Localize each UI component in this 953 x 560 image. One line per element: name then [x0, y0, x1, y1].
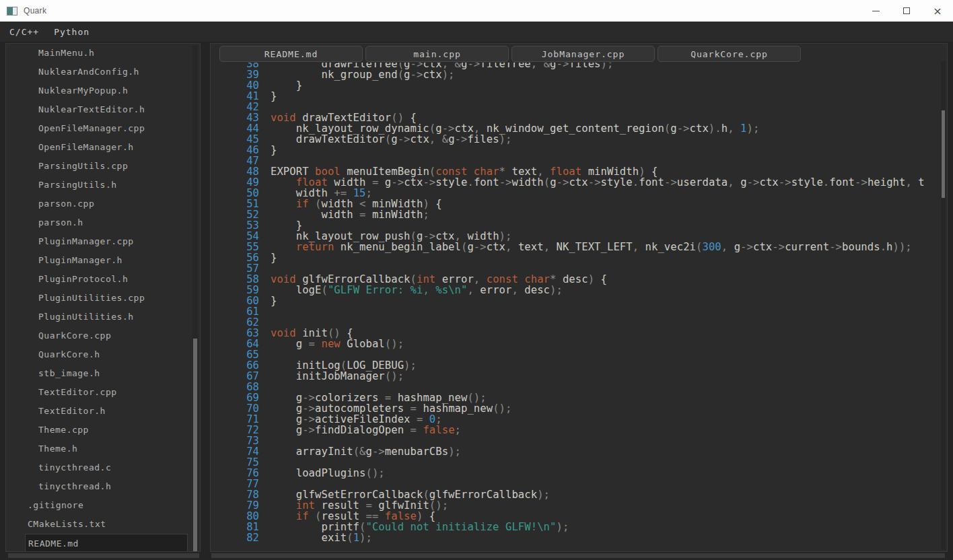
file-list-item-texteditor-h[interactable]: TextEditor.h	[6, 402, 190, 421]
code-line-47: 47	[211, 155, 940, 166]
code-text: g->autocompleters = hashmap_new();	[271, 403, 511, 414]
maximize-button[interactable]	[891, 0, 922, 22]
line-number: 82	[211, 532, 259, 543]
code-line-71: 71 g->activeFileIndex = 0;	[211, 414, 940, 425]
file-list-item-pluginmanager-h[interactable]: PluginManager.h	[6, 251, 190, 270]
code-line-68: 68	[211, 382, 940, 392]
code-text: void drawTextEditor() {	[271, 112, 417, 123]
file-list-item-pluginmanager-cpp[interactable]: PluginManager.cpp	[6, 232, 190, 251]
file-list-item-nuklearandconfig-h[interactable]: NuklearAndConfig.h	[6, 63, 190, 81]
code-text: loadPlugins();	[271, 468, 385, 479]
file-list-item-theme-h[interactable]: Theme.h	[6, 440, 190, 458]
code-text: if (width < minWidth) {	[271, 199, 442, 209]
sidebar-scrollbar-track[interactable]	[192, 45, 198, 550]
file-list-item-stb-image-h[interactable]: stb_image.h	[6, 364, 190, 383]
code-line-70: 70 g->autocompleters = hashmap_new();	[211, 403, 940, 414]
menu-item-c-c[interactable]: C/C++	[9, 27, 39, 37]
file-list-item-gitignore[interactable]: .gitignore	[6, 496, 190, 515]
code-line-76: 76 loadPlugins();	[211, 468, 940, 479]
window-controls: ×	[860, 0, 953, 22]
code-text: width += 15;	[271, 188, 372, 199]
code-line-80: 80 if (result == false) {	[211, 511, 940, 522]
file-list-item-parson-h[interactable]: parson.h	[6, 213, 190, 232]
code-text: printf("Could not initialize GLFW!\n");	[271, 522, 569, 532]
minimize-icon	[872, 11, 880, 11]
file-list-item-quarkcore-cpp[interactable]: QuarkCore.cpp	[6, 326, 190, 345]
editor-scrollbar-track[interactable]	[941, 61, 946, 550]
code-line-72: 72 g->findDialogOpen = false;	[211, 425, 940, 435]
code-line-65: 65	[211, 349, 940, 360]
tab-main-cpp[interactable]: main.cpp	[365, 46, 509, 62]
file-list-item-tinycthread-c[interactable]: tinycthread.c	[6, 458, 190, 477]
file-list-item-openfilemanager-h[interactable]: OpenFileManager.h	[6, 138, 190, 157]
line-number: 69	[211, 392, 259, 403]
code-line-60: 60}	[211, 295, 940, 306]
code-line-82: 82 exit(1);	[211, 532, 940, 543]
file-list-item-openfilemanager-cpp[interactable]: OpenFileManager.cpp	[6, 119, 190, 138]
tab-readme-md[interactable]: README.md	[219, 46, 363, 62]
line-number: 51	[211, 199, 259, 209]
code-line-39: 39 nk_group_end(g->ctx);	[211, 69, 940, 80]
code-text: nk_group_end(g->ctx);	[271, 69, 455, 80]
close-button[interactable]: ×	[922, 0, 953, 22]
file-list-item-pluginutilities-cpp[interactable]: PluginUtilities.cpp	[6, 289, 190, 308]
file-list-item-pluginprotocol-h[interactable]: PluginProtocol.h	[6, 270, 190, 289]
sidebar-scrollbar-thumb[interactable]	[193, 339, 197, 551]
line-number: 77	[211, 479, 259, 489]
file-list-item-parsingutils-cpp[interactable]: ParsingUtils.cpp	[6, 157, 190, 176]
code-text: glfwSetErrorCallback(glfwErrorCallback);	[271, 489, 550, 500]
file-tree-panel: MainMenu.hNuklearAndConfig.hNuklearMyPop…	[5, 43, 201, 552]
line-number: 45	[211, 134, 259, 145]
line-number: 59	[211, 285, 259, 295]
line-number: 49	[211, 177, 259, 188]
editor-horizontal-scrollbar[interactable]	[211, 553, 945, 558]
code-text: }	[271, 252, 277, 263]
code-line-49: 49 float width = g->ctx->style.font->wid…	[211, 177, 940, 188]
code-text: EXPORT bool menuItemBegin(const char* te…	[271, 166, 658, 177]
editor-scrollbar-thumb[interactable]	[942, 110, 945, 198]
code-text: void init() {	[271, 328, 353, 339]
code-line-61: 61	[211, 306, 940, 317]
file-list-item-parsingutils-h[interactable]: ParsingUtils.h	[6, 176, 190, 195]
file-list-item-parson-cpp[interactable]: parson.cpp	[6, 195, 190, 213]
code-line-51: 51 if (width < minWidth) {	[211, 199, 940, 209]
code-line-58: 58void glfwErrorCallback(int error, cons…	[211, 274, 940, 285]
line-number: 54	[211, 231, 259, 242]
menu-item-python[interactable]: Python	[54, 27, 90, 37]
line-number: 65	[211, 349, 259, 360]
code-text: arrayInit(&g->menubarCBs);	[271, 446, 461, 457]
file-list-item-mainmenu-h[interactable]: MainMenu.h	[6, 44, 190, 63]
sidebar-horizontal-scrollbar[interactable]	[8, 553, 199, 558]
file-list-item-nukleartexteditor-h[interactable]: NuklearTextEditor.h	[6, 100, 190, 119]
line-number: 72	[211, 425, 259, 435]
code-line-50: 50 width += 15;	[211, 188, 940, 199]
file-list-item-quarkcore-h[interactable]: QuarkCore.h	[6, 345, 190, 364]
file-list-item-pluginutilities-h[interactable]: PluginUtilities.h	[6, 308, 190, 326]
minimize-button[interactable]	[860, 0, 891, 22]
file-list-item-tinycthread-h[interactable]: tinycthread.h	[6, 477, 190, 496]
file-list-item-texteditor-cpp[interactable]: TextEditor.cpp	[6, 383, 190, 402]
line-number: 47	[211, 155, 259, 166]
file-list-item-nuklearmypopup-h[interactable]: NuklearMyPopup.h	[6, 81, 190, 100]
window-title: Quark	[24, 6, 46, 15]
code-text: }	[271, 80, 302, 91]
code-text: }	[271, 91, 277, 102]
editor-panel: README.mdmain.cppJobManager.cppQuarkCore…	[210, 43, 948, 552]
code-text: exit(1);	[271, 532, 372, 543]
line-number: 68	[211, 382, 259, 392]
tab-jobmanager-cpp[interactable]: JobManager.cpp	[511, 46, 655, 62]
code-text: int result = glfwInit();	[271, 500, 448, 511]
code-text: nk_layout_row_push(g->ctx, width);	[271, 231, 511, 242]
file-list-item-theme-cpp[interactable]: Theme.cpp	[6, 421, 190, 440]
file-list-item-readme-md[interactable]: README.md	[25, 534, 188, 552]
file-list-item-cmakelists-txt[interactable]: CMakeLists.txt	[6, 515, 190, 534]
tab-quarkcore-cpp[interactable]: QuarkCore.cpp	[658, 46, 801, 62]
line-number: 53	[211, 220, 259, 231]
code-text: if (result == false) {	[271, 511, 435, 522]
line-number: 57	[211, 263, 259, 274]
code-area[interactable]: 38 drawFileTree(g->ctx, &g->fileTree, &g…	[211, 63, 940, 550]
line-number: 44	[211, 123, 259, 134]
code-text: }	[271, 295, 277, 306]
line-number: 43	[211, 112, 259, 123]
window-titlebar: Quark ×	[0, 0, 953, 22]
